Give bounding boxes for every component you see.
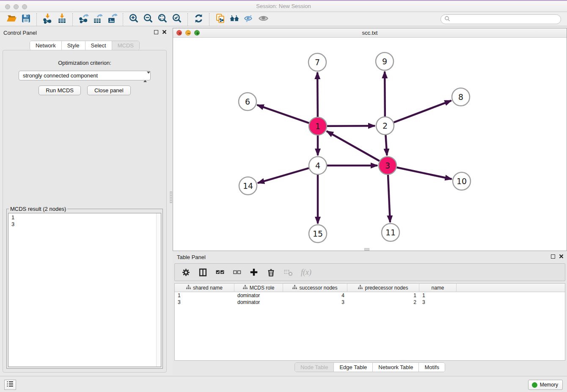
show-column-icon[interactable] (198, 268, 207, 277)
close-panel-icon[interactable] (162, 30, 167, 34)
save-session-button[interactable] (19, 13, 33, 26)
graph-node-label: 11 (385, 228, 396, 237)
import-network-button[interactable] (40, 13, 55, 26)
attribute-hierarchy-icon (186, 285, 191, 291)
close-table-panel-icon[interactable] (559, 254, 564, 259)
list-icon (6, 381, 14, 389)
tab-edge-table[interactable]: Edge Table (334, 363, 373, 372)
tab-mcds[interactable]: MCDS (112, 41, 139, 50)
table-cell[interactable]: 3 (283, 299, 347, 306)
graph-node-label: 7 (315, 58, 320, 67)
show-graphics-details-button[interactable] (256, 13, 270, 26)
table-cell[interactable]: dominator (234, 299, 283, 306)
table-cell[interactable]: 3 (419, 299, 457, 306)
save-floppy-icon (21, 13, 31, 25)
table-cell[interactable]: 1 (175, 292, 234, 299)
graph-node-label: 4 (315, 161, 320, 170)
graph-edge-1-7[interactable] (317, 72, 318, 117)
unselect-all-rows-icon[interactable] (233, 268, 241, 276)
float-panel-icon[interactable] (154, 30, 158, 34)
column-header-predecessor-nodes[interactable]: predecessor nodes (347, 284, 419, 292)
column-header-successor-nodes[interactable]: successor nodes (283, 284, 347, 292)
export-table-button[interactable] (91, 13, 105, 26)
eye-icon (258, 13, 269, 25)
zoom-fit-button[interactable] (155, 13, 170, 26)
open-session-button[interactable] (4, 13, 19, 26)
table-settings-gear-icon[interactable] (182, 268, 190, 277)
network-canvas[interactable]: 7968124314101511 (173, 38, 567, 251)
mcds-panel: Optimization criterion: strongly connect… (3, 50, 167, 373)
import-table-button[interactable] (55, 13, 69, 26)
table-cell[interactable]: 3 (175, 299, 234, 306)
float-table-panel-icon[interactable] (551, 254, 555, 259)
network-view-window: scc.txt 7968124314101511 (173, 28, 567, 251)
zoom-selected-button[interactable] (170, 13, 184, 26)
graph-edge-2-8[interactable] (394, 101, 451, 123)
table-row[interactable]: 3dominator323 (175, 299, 565, 306)
table-header-row[interactable]: shared nameMCDS rolesuccessor nodesprede… (175, 284, 565, 292)
graph-node-label: 8 (458, 92, 463, 102)
mcds-result-area[interactable]: 13 (8, 213, 161, 367)
table-row[interactable]: 1dominator411 (175, 292, 565, 299)
toolbar-separator (123, 13, 123, 26)
table-cell[interactable]: 4 (283, 292, 347, 299)
run-mcds-button[interactable]: Run MCDS (39, 86, 81, 95)
table-cell[interactable]: 1 (347, 292, 419, 299)
column-header-shared-name[interactable]: shared name (175, 284, 234, 292)
export-network-button[interactable] (76, 13, 91, 26)
table-cell[interactable]: 2 (347, 299, 419, 306)
graph-edge-1-2[interactable] (327, 126, 375, 126)
tab-node-table[interactable]: Node Table (295, 363, 334, 372)
tab-network-table[interactable]: Network Table (373, 363, 419, 372)
export-image-button[interactable] (105, 13, 119, 26)
task-history-button[interactable] (4, 380, 16, 390)
hide-graphics-details-button[interactable] (242, 13, 256, 26)
table-toolbar: f(x) (174, 263, 565, 281)
column-header-MCDS-role[interactable]: MCDS role (234, 284, 283, 292)
close-panel-button[interactable]: Close panel (87, 86, 131, 95)
network-window-titlebar[interactable]: scc.txt (173, 28, 567, 38)
graph-node-label: 14 (243, 181, 253, 190)
zoom-out-button[interactable] (141, 13, 155, 26)
add-row-icon[interactable] (249, 268, 259, 277)
memory-label: Memory (540, 382, 558, 388)
column-header-name[interactable]: name (419, 284, 457, 292)
mcds-result-title: MCDS result (2 nodes) (9, 206, 67, 212)
control-panel-header: Control Panel (0, 28, 169, 38)
node-table[interactable]: shared nameMCDS rolesuccessor nodesprede… (174, 283, 565, 361)
refresh-button[interactable] (191, 13, 206, 26)
function-builder-icon: f(x) (301, 268, 311, 277)
graph-edge-2-9[interactable] (385, 72, 385, 116)
duplicate-networks-button[interactable] (213, 13, 227, 26)
search-field[interactable] (440, 14, 561, 24)
panel-splitter-handle[interactable] (170, 191, 172, 203)
result-line: 3 (11, 221, 155, 228)
result-scrollbar[interactable] (156, 213, 161, 367)
delete-row-icon[interactable] (267, 268, 275, 277)
toolbar-separator (36, 13, 37, 26)
zoom-in-icon (129, 13, 139, 25)
search-input[interactable] (450, 17, 561, 22)
graph-edge-4-14[interactable] (258, 168, 309, 183)
column-header-label: predecessor nodes (365, 285, 408, 291)
criterion-dropdown[interactable]: strongly connected component (19, 71, 151, 80)
table-cell[interactable]: dominator (234, 292, 283, 299)
graph-edge-3-11[interactable] (388, 175, 390, 222)
tab-network[interactable]: Network (30, 41, 62, 50)
duplicate-networks-icon (215, 13, 226, 25)
graph-edge-1-6[interactable] (257, 105, 309, 123)
graph-edge-3-10[interactable] (397, 168, 452, 179)
show-all-networks-button[interactable] (227, 13, 242, 26)
delete-table-icon (284, 268, 293, 277)
table-panel: Table Panel f(x) shared nameMCDS rolesuc… (173, 252, 567, 375)
memory-button[interactable]: Memory (528, 380, 563, 390)
graph-edge-3-1[interactable] (327, 131, 380, 161)
tab-style[interactable]: Style (62, 41, 85, 50)
table-cell[interactable]: 1 (419, 292, 457, 299)
tab-select[interactable]: Select (85, 41, 112, 50)
select-all-rows-icon[interactable] (215, 268, 225, 277)
zoom-in-button[interactable] (127, 13, 141, 26)
graph-edge-2-3[interactable] (385, 135, 387, 155)
canvas-resize-handle[interactable] (364, 248, 369, 251)
tab-motifs[interactable]: Motifs (419, 363, 445, 372)
